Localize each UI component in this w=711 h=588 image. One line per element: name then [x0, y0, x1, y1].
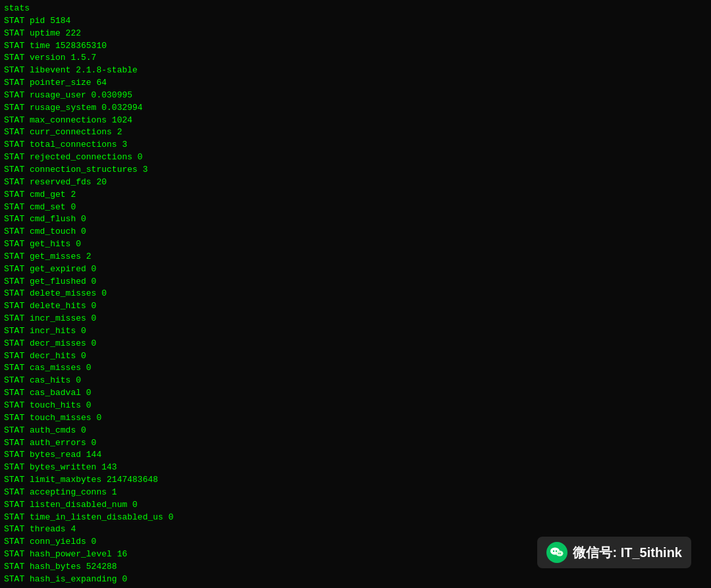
terminal-line: STAT limit_maxbytes 2147483648: [4, 474, 707, 487]
terminal-line: STAT auth_cmds 0: [4, 425, 707, 437]
terminal-line: STAT version 1.5.7: [4, 52, 707, 65]
terminal-line: STAT cmd_set 0: [4, 201, 707, 214]
terminal-output: statsSTAT pid 5184STAT uptime 222STAT ti…: [0, 0, 711, 588]
terminal-line: STAT reserved_fds 20: [4, 176, 707, 189]
terminal-line: STAT listen_disabled_num 0: [4, 499, 707, 512]
terminal-line: STAT uptime 222: [4, 28, 707, 40]
terminal-line: STAT cmd_flush 0: [4, 213, 707, 226]
terminal-line: STAT delete_hits 0: [4, 300, 707, 313]
terminal-line: STAT auth_errors 0: [4, 437, 707, 450]
terminal-line: STAT threads 4: [4, 523, 707, 536]
svg-point-2: [553, 550, 554, 552]
terminal-line: STAT decr_misses 0: [4, 338, 707, 350]
terminal-line: STAT incr_hits 0: [4, 325, 707, 338]
wechat-icon: [546, 542, 567, 563]
terminal-line: STAT cas_badval 0: [4, 387, 707, 400]
terminal-line: STAT cas_hits 0: [4, 375, 707, 387]
terminal-line: STAT touch_misses 0: [4, 412, 707, 425]
terminal-line: STAT delete_misses 0: [4, 288, 707, 300]
terminal-line: STAT bytes_written 143: [4, 462, 707, 474]
terminal-line: STAT get_expired 0: [4, 263, 707, 276]
terminal-line: STAT incr_misses 0: [4, 313, 707, 325]
terminal-line: STAT time_in_listen_disabled_us 0: [4, 512, 707, 524]
terminal-line: STAT cmd_get 2: [4, 189, 707, 201]
terminal-line: STAT pointer_size 64: [4, 77, 707, 90]
terminal-line: STAT time 1528365310: [4, 40, 707, 53]
terminal-line: STAT libevent 2.1.8-stable: [4, 65, 707, 77]
terminal-line: STAT decr_hits 0: [4, 350, 707, 363]
terminal-line: STAT curr_connections 2: [4, 126, 707, 139]
terminal-line: STAT bytes_read 144: [4, 449, 707, 462]
svg-point-6: [560, 553, 562, 554]
terminal-line: STAT rusage_system 0.032994: [4, 102, 707, 115]
terminal-line: STAT cmd_touch 0: [4, 226, 707, 238]
terminal-line: STAT get_flushed 0: [4, 276, 707, 288]
terminal-line: STAT rusage_user 0.030995: [4, 90, 707, 102]
terminal-line: STAT accepting_conns 1: [4, 487, 707, 499]
terminal-line: STAT get_hits 0: [4, 238, 707, 251]
terminal-line: STAT get_misses 2: [4, 251, 707, 263]
terminal-line: STAT cas_misses 0: [4, 362, 707, 375]
terminal-line: STAT rejected_connections 0: [4, 151, 707, 164]
watermark-text: 微信号: IT_5ithink: [573, 543, 682, 562]
terminal-line: STAT max_connections 1024: [4, 115, 707, 127]
watermark: 微信号: IT_5ithink: [537, 537, 691, 568]
terminal-line: STAT total_connections 3: [4, 139, 707, 151]
terminal-line: STAT slab_reassign_rescues 0: [4, 586, 707, 588]
terminal-line: stats: [4, 3, 707, 15]
terminal-line: STAT pid 5184: [4, 15, 707, 28]
svg-point-5: [558, 553, 560, 554]
terminal-line: STAT connection_structures 3: [4, 164, 707, 176]
svg-point-4: [556, 550, 564, 556]
terminal-line: STAT hash_is_expanding 0: [4, 574, 707, 586]
terminal-line: STAT touch_hits 0: [4, 400, 707, 412]
